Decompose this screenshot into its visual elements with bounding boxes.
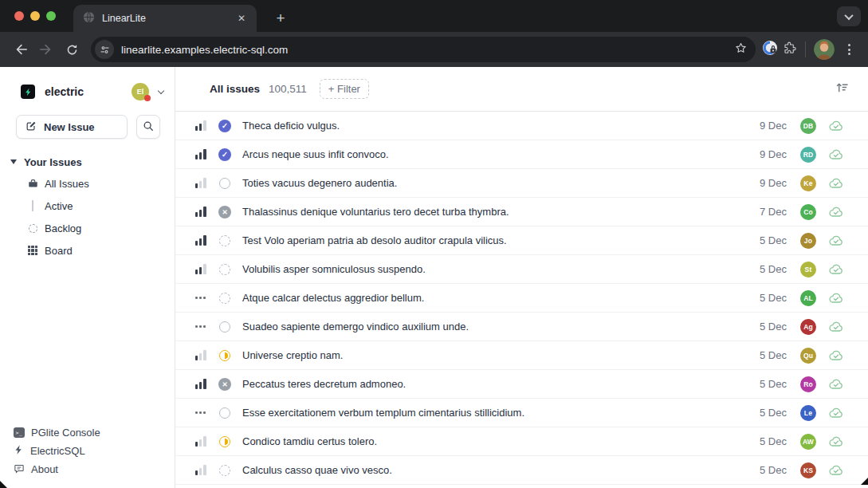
issue-title[interactable]: Suadeo sapiente demergo vindico auxilium… <box>242 321 760 333</box>
filter-button[interactable]: + Filter <box>320 79 369 99</box>
minimize-window-button[interactable] <box>30 11 40 21</box>
cloud-synced-icon <box>828 120 844 132</box>
assignee-avatar[interactable]: Jo <box>800 233 816 249</box>
status-icon[interactable] <box>219 350 230 361</box>
assignee-avatar[interactable]: AW <box>800 434 816 450</box>
linearlite-app: electric El New Issue <box>0 67 868 488</box>
issue-row[interactable]: Toties vacuus degenero audentia. 9 Dec K… <box>175 169 868 198</box>
issue-row[interactable]: Peccatus teres decretum admoneo. 5 Dec R… <box>175 370 868 399</box>
status-icon[interactable] <box>218 206 231 218</box>
sidebar-item-backlog[interactable]: Backlog <box>0 217 175 239</box>
priority-icon[interactable] <box>195 350 208 360</box>
issue-row[interactable]: Thalassinus denique voluntarius tero dec… <box>175 198 868 226</box>
priority-icon[interactable] <box>195 120 208 131</box>
priority-icon[interactable] <box>195 235 208 246</box>
issue-title[interactable]: Peccatus teres decretum admoneo. <box>242 378 760 390</box>
priority-icon[interactable] <box>195 465 208 475</box>
sidebar-item-all-issues[interactable]: All Issues <box>0 172 175 195</box>
issue-title[interactable]: Calculus casso quae vivo vesco. <box>242 464 760 476</box>
site-settings-button[interactable] <box>95 40 114 59</box>
issue-row[interactable]: Suadeo sapiente demergo vindico auxilium… <box>175 313 868 341</box>
priority-icon[interactable] <box>195 436 208 447</box>
sidebar-item-electricsql[interactable]: ElectricSQL <box>14 443 175 458</box>
priority-icon[interactable] <box>195 207 208 217</box>
assignee-avatar[interactable]: Ag <box>800 319 816 335</box>
status-icon[interactable] <box>219 465 230 476</box>
issue-title[interactable]: Theca deficio vulgus. <box>242 120 760 132</box>
status-icon[interactable] <box>218 378 231 391</box>
user-avatar[interactable]: El <box>132 83 149 100</box>
assignee-avatar[interactable]: KS <box>800 462 816 478</box>
sidebar-section-your-issues[interactable]: Your Issues <box>0 152 175 172</box>
sidebar-item-about[interactable]: About <box>14 462 175 477</box>
status-icon[interactable] <box>218 148 231 161</box>
issue-title[interactable]: Arcus neque suus infit convoco. <box>242 148 760 160</box>
priority-icon[interactable] <box>195 379 208 389</box>
priority-icon[interactable] <box>195 178 208 188</box>
sidebar-item-board[interactable]: Board <box>0 239 175 262</box>
status-icon[interactable] <box>219 178 230 189</box>
issue-title[interactable]: Atque calcar delectus aggredior bellum. <box>242 292 760 304</box>
browser-menu-kebab-icon[interactable] <box>839 40 858 59</box>
issue-title[interactable]: Esse exercitationem verbum templum cimen… <box>242 407 760 419</box>
privacy-extension-icon[interactable] <box>762 40 778 59</box>
assignee-avatar[interactable]: Qu <box>800 348 816 364</box>
priority-icon[interactable] <box>195 264 208 274</box>
assignee-avatar[interactable]: St <box>800 262 816 277</box>
bookmark-star-icon[interactable] <box>734 41 748 58</box>
priority-icon[interactable] <box>195 149 208 159</box>
new-tab-button[interactable]: + <box>269 7 292 30</box>
new-issue-button[interactable]: New Issue <box>16 115 128 139</box>
issue-row[interactable]: Condico tamdiu certus tolero. 5 Dec AW <box>175 427 868 456</box>
back-button[interactable] <box>8 37 33 62</box>
forward-button[interactable] <box>33 37 59 62</box>
issue-row[interactable]: Atque calcar delectus aggredior bellum. … <box>175 284 868 313</box>
url-bar[interactable]: linearlite.examples.electric-sql.com <box>91 37 756 62</box>
assignee-avatar[interactable]: AL <box>800 290 816 306</box>
issue-title[interactable]: Condico tamdiu certus tolero. <box>242 435 760 447</box>
priority-icon[interactable] <box>195 407 208 418</box>
status-icon[interactable] <box>219 235 230 246</box>
issue-row[interactable]: Arcus neque suus infit convoco. 9 Dec RD <box>175 140 868 169</box>
extensions-puzzle-icon[interactable] <box>783 41 797 58</box>
workspace-switcher[interactable]: electric El <box>0 80 175 104</box>
search-button[interactable] <box>136 115 160 139</box>
assignee-avatar[interactable]: Le <box>800 405 816 421</box>
reload-button[interactable] <box>59 37 84 62</box>
sidebar-item-active[interactable]: Active <box>0 195 175 217</box>
sidebar-item-pglite-console[interactable]: >_ PGlite Console <box>14 425 175 440</box>
assignee-avatar[interactable]: Co <box>800 204 816 220</box>
tab-close-icon[interactable]: ✕ <box>234 11 249 26</box>
issue-row[interactable]: Theca deficio vulgus. 9 Dec DB <box>175 112 868 140</box>
issue-title[interactable]: Volubilis asper somniculosus suspendo. <box>242 263 760 275</box>
sort-icon[interactable] <box>835 81 849 96</box>
zoom-window-button[interactable] <box>46 11 56 21</box>
browser-tab[interactable]: LinearLite ✕ <box>73 5 257 32</box>
issue-row[interactable]: Volubilis asper somniculosus suspendo. 5… <box>175 255 868 284</box>
tab-search-chevron-button[interactable] <box>837 6 861 26</box>
issue-row[interactable]: Test Volo aperiam patria ab desolo audit… <box>175 226 868 255</box>
issue-title[interactable]: Toties vacuus degenero audentia. <box>242 177 760 189</box>
status-icon[interactable] <box>219 264 230 275</box>
priority-icon[interactable] <box>195 321 208 332</box>
status-icon[interactable] <box>219 321 230 333</box>
issue-title[interactable]: Universe creptio nam. <box>242 349 760 361</box>
priority-icon[interactable] <box>195 293 208 303</box>
status-icon[interactable] <box>219 436 230 447</box>
tab-title: LinearLite <box>102 13 227 24</box>
issue-row[interactable]: Esse exercitationem verbum templum cimen… <box>175 399 868 427</box>
status-icon[interactable] <box>219 407 230 419</box>
issue-title[interactable]: Thalassinus denique voluntarius tero dec… <box>242 206 760 218</box>
assignee-avatar[interactable]: DB <box>800 118 816 134</box>
assignee-avatar[interactable]: Ke <box>800 175 816 191</box>
assignee-avatar[interactable]: Ro <box>800 376 816 392</box>
close-window-button[interactable] <box>14 11 24 21</box>
issue-row[interactable]: Universe creptio nam. 5 Dec Qu <box>175 341 868 370</box>
assignee-avatar[interactable]: RD <box>800 147 816 163</box>
url-text[interactable]: linearlite.examples.electric-sql.com <box>121 44 734 56</box>
status-icon[interactable] <box>219 293 230 304</box>
issue-title[interactable]: Test Volo aperiam patria ab desolo audit… <box>242 234 760 246</box>
profile-avatar[interactable] <box>814 39 835 60</box>
issue-row[interactable]: Calculus casso quae vivo vesco. 5 Dec KS <box>175 456 868 485</box>
status-icon[interactable] <box>218 120 231 132</box>
